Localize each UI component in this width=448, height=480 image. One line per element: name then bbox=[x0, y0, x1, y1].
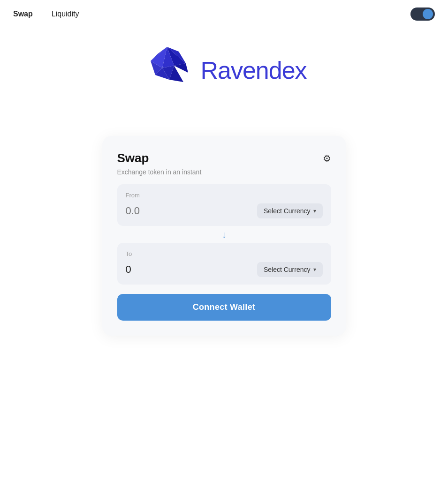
to-amount-value: 0 bbox=[126, 263, 131, 276]
swap-card-wrapper: Swap ⚙ Exchange token in an instant From… bbox=[0, 108, 448, 354]
from-currency-label: Select Currency bbox=[264, 207, 311, 215]
theme-toggle-wrapper bbox=[410, 8, 435, 21]
to-label: To bbox=[126, 250, 323, 257]
theme-toggle[interactable] bbox=[410, 8, 435, 21]
swap-subtitle: Exchange token in an instant bbox=[117, 168, 331, 176]
to-currency-label: Select Currency bbox=[264, 266, 311, 273]
logo-text-main: Raven bbox=[200, 57, 268, 84]
from-row: Select Currency ▾ bbox=[126, 203, 323, 218]
navbar: Swap Liquidity bbox=[0, 0, 448, 28]
toggle-knob bbox=[423, 9, 433, 19]
swap-card: Swap ⚙ Exchange token in an instant From… bbox=[102, 136, 346, 336]
swap-card-header: Swap ⚙ bbox=[117, 151, 331, 165]
from-label: From bbox=[126, 192, 323, 199]
from-amount-input[interactable] bbox=[126, 205, 201, 217]
nav-liquidity[interactable]: Liquidity bbox=[52, 10, 79, 18]
nav-swap[interactable]: Swap bbox=[13, 10, 33, 18]
swap-direction-divider: ↓ bbox=[117, 226, 331, 243]
to-box: To 0 Select Currency ▾ bbox=[117, 243, 331, 285]
from-chevron-down-icon: ▾ bbox=[313, 208, 316, 214]
to-select-currency-button[interactable]: Select Currency ▾ bbox=[257, 262, 323, 277]
swap-arrow-down-icon: ↓ bbox=[222, 229, 227, 240]
to-chevron-down-icon: ▾ bbox=[313, 266, 316, 273]
from-select-currency-button[interactable]: Select Currency ▾ bbox=[257, 203, 323, 218]
logo-text: Ravendex bbox=[200, 56, 306, 84]
settings-icon[interactable]: ⚙ bbox=[323, 153, 331, 164]
bird-logo-icon bbox=[141, 42, 193, 98]
logo-text-accent: dex bbox=[269, 57, 307, 84]
logo-area: Ravendex bbox=[0, 28, 448, 108]
swap-card-title: Swap bbox=[117, 151, 149, 165]
connect-wallet-button[interactable]: Connect Wallet bbox=[117, 294, 331, 321]
from-box: From Select Currency ▾ bbox=[117, 184, 331, 226]
to-row: 0 Select Currency ▾ bbox=[126, 262, 323, 277]
